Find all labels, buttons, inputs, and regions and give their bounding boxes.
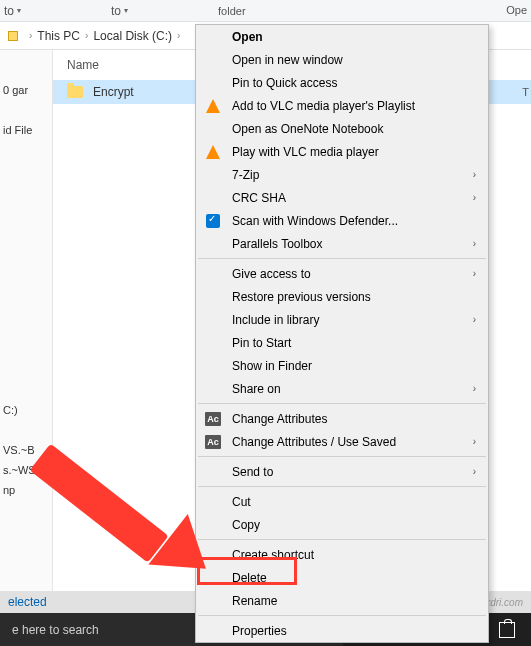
ribbon-folder-label: folder [218,5,246,17]
chevron-right-icon: › [473,436,476,447]
ac-icon: Ac [204,433,222,451]
chevron-right-icon: › [177,30,180,41]
menu-7zip[interactable]: 7-Zip› [196,163,488,186]
ribbon-to-1[interactable]: to▾ [4,4,21,18]
tree-item[interactable]: C:) [0,400,52,420]
menu-create-shortcut[interactable]: Create shortcut [196,543,488,566]
menu-separator [198,615,486,616]
drive-icon [8,31,18,41]
menu-parallels[interactable]: Parallels Toolbox› [196,232,488,255]
menu-pin-quick-access[interactable]: Pin to Quick access [196,71,488,94]
chevron-right-icon: › [473,238,476,249]
ribbon-open-partial: Ope [506,4,527,16]
vlc-icon [204,97,222,115]
chevron-right-icon: › [473,169,476,180]
chevron-right-icon: › [85,30,88,41]
ribbon-to-2[interactable]: to▾ [111,4,128,18]
tree-item[interactable]: np [0,480,52,500]
chevron-right-icon: › [29,30,32,41]
menu-rename[interactable]: Rename [196,589,488,612]
context-menu: Open Open in new window Pin to Quick acc… [195,24,489,643]
menu-copy[interactable]: Copy [196,513,488,536]
chevron-right-icon: › [473,268,476,279]
menu-give-access[interactable]: Give access to› [196,262,488,285]
menu-pin-start[interactable]: Pin to Start [196,331,488,354]
store-icon[interactable] [499,622,515,638]
tree-item[interactable]: s.~WS [0,460,52,480]
tree-item[interactable]: VS.~B [0,440,52,460]
breadcrumb-drive[interactable]: Local Disk (C:) [93,29,172,43]
chevron-right-icon: › [473,466,476,477]
chevron-right-icon: › [473,192,476,203]
menu-separator [198,486,486,487]
menu-include-library[interactable]: Include in library› [196,308,488,331]
menu-vlc-add[interactable]: Add to VLC media player's Playlist [196,94,488,117]
file-name-label: Encrypt [93,85,134,99]
chevron-down-icon: ▾ [124,6,128,15]
menu-open[interactable]: Open [196,25,488,48]
menu-crc-sha[interactable]: CRC SHA› [196,186,488,209]
menu-separator [198,456,486,457]
chevron-down-icon: ▾ [17,6,21,15]
menu-onenote[interactable]: Open as OneNote Notebook [196,117,488,140]
vlc-icon [204,143,222,161]
tree-item[interactable]: 0 gar [0,80,52,100]
menu-separator [198,403,486,404]
menu-defender[interactable]: Scan with Windows Defender... [196,209,488,232]
breadcrumb-thispc[interactable]: This PC [37,29,80,43]
status-selected: elected [8,595,47,609]
navigation-tree[interactable]: 0 gar id File C:) VS.~B s.~WS np [0,50,53,595]
ribbon-bar: to▾ to▾ folder [0,0,531,22]
column-type-partial: T [522,86,529,98]
ac-icon: Ac [204,410,222,428]
menu-open-new-window[interactable]: Open in new window [196,48,488,71]
menu-delete[interactable]: Delete [196,566,488,589]
menu-send-to[interactable]: Send to› [196,460,488,483]
menu-separator [198,539,486,540]
chevron-right-icon: › [473,383,476,394]
menu-cut[interactable]: Cut [196,490,488,513]
folder-icon [67,86,83,98]
menu-change-attributes-saved[interactable]: AcChange Attributes / Use Saved› [196,430,488,453]
menu-share-on[interactable]: Share on› [196,377,488,400]
defender-icon [204,212,222,230]
tree-item[interactable]: id File [0,120,52,140]
menu-change-attributes[interactable]: AcChange Attributes [196,407,488,430]
menu-vlc-play[interactable]: Play with VLC media player [196,140,488,163]
menu-show-finder[interactable]: Show in Finder [196,354,488,377]
menu-properties[interactable]: Properties [196,619,488,642]
menu-separator [198,258,486,259]
chevron-right-icon: › [473,314,476,325]
menu-restore-versions[interactable]: Restore previous versions [196,285,488,308]
